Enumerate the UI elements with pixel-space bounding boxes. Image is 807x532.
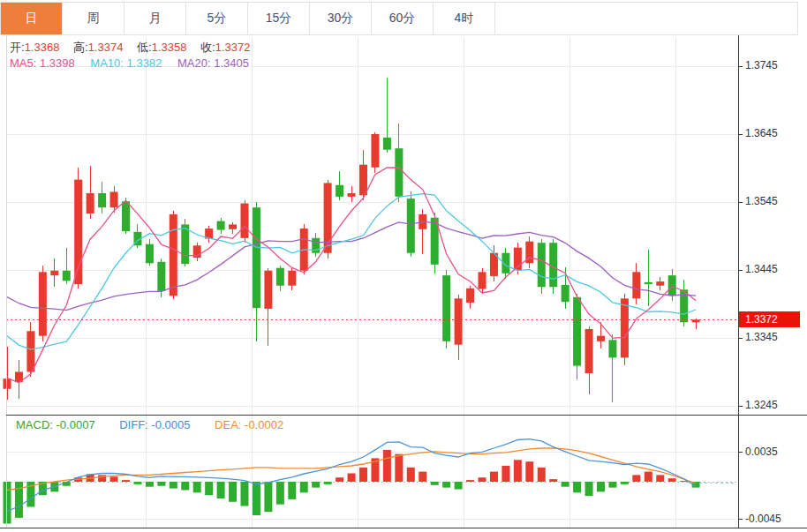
candle-body	[50, 271, 58, 275]
macd-bar	[419, 472, 426, 482]
macd-bar	[585, 482, 593, 496]
macd-bar	[383, 450, 391, 482]
candle-body	[110, 191, 118, 207]
ma10-readout: MA10: 1.3382	[90, 56, 162, 70]
macd-bar	[621, 482, 629, 484]
macd-bar	[359, 468, 367, 482]
macd-bar	[597, 482, 605, 491]
macd-bar	[253, 482, 260, 515]
macd-bar	[157, 482, 165, 486]
candle-body	[336, 185, 343, 197]
candle-body	[479, 272, 486, 288]
price-tick: 1.3745	[745, 59, 803, 71]
candle-body	[632, 272, 640, 298]
candle-body	[87, 193, 94, 214]
candle-body	[573, 297, 581, 366]
macd-tick: 0.0035	[745, 446, 803, 458]
candle-body	[597, 336, 605, 341]
low-value: 1.3358	[152, 41, 187, 54]
candle-body	[562, 285, 569, 302]
candle-body	[146, 244, 154, 264]
candle-body	[407, 199, 415, 253]
candle-body	[181, 224, 189, 264]
price-tick: 1.3545	[745, 195, 803, 207]
candle-body	[98, 193, 106, 207]
low-label: 低:	[137, 41, 152, 54]
macd-bar	[122, 480, 130, 482]
macd-bar	[407, 468, 415, 482]
price-tick: 1.3245	[745, 399, 803, 411]
candle-body	[4, 378, 11, 389]
macd-bar	[656, 475, 664, 482]
ma20-readout: MA20: 1.3405	[177, 56, 249, 70]
candle-body	[157, 262, 165, 291]
macd-bar	[205, 482, 213, 495]
macd-bar	[514, 460, 522, 482]
candle-body	[253, 207, 260, 308]
close-label: 收:	[200, 41, 215, 54]
candle-body	[442, 275, 450, 341]
open-value: 1.3368	[25, 41, 60, 54]
high-value: 1.3374	[88, 41, 124, 54]
candle-body	[229, 224, 237, 229]
diff-readout: DIFF: -0.0005	[119, 418, 190, 431]
macd-tick: -0.0045	[745, 513, 803, 525]
macd-bar	[490, 472, 498, 482]
macd-bar	[502, 466, 509, 482]
macd-bar	[336, 477, 343, 482]
candle-body	[668, 275, 676, 296]
macd-bar	[170, 482, 177, 489]
candle-body	[395, 148, 403, 197]
macd-bar	[288, 482, 296, 499]
ma-info-line: MA5: 1.3398 MA10: 1.3382 MA20: 1.3405	[10, 56, 261, 70]
macd-bar	[549, 479, 557, 482]
candle-body	[264, 271, 272, 309]
macd-bar	[146, 482, 154, 487]
macd-bar	[193, 482, 201, 492]
candle-body	[549, 243, 557, 287]
macd-bar	[276, 482, 284, 505]
macd-bar	[645, 472, 652, 482]
candle-body	[656, 281, 664, 286]
candle-body	[241, 204, 249, 238]
macd-bar	[608, 482, 616, 488]
candle-body	[585, 329, 593, 373]
candle-body	[122, 201, 130, 231]
macd-bar	[229, 482, 237, 502]
candle-body	[538, 243, 546, 287]
macd-bar	[525, 461, 533, 482]
ma5-readout: MA5: 1.3398	[10, 56, 75, 70]
close-value: 1.3372	[215, 41, 251, 54]
candle-body	[288, 271, 296, 286]
macd-bar	[312, 482, 320, 488]
macd-bar	[264, 482, 272, 512]
macd-bar	[479, 477, 486, 482]
macd-bar	[455, 482, 463, 490]
ma20-line	[7, 221, 696, 310]
candle-body	[39, 272, 47, 335]
price-tick: 1.3445	[745, 263, 803, 275]
macd-bar	[562, 482, 569, 487]
macd-bar	[324, 482, 332, 484]
candlestick-chart-canvas[interactable]	[0, 0, 807, 532]
macd-bar	[15, 482, 23, 518]
open-label: 开:	[10, 41, 25, 54]
ma10-line	[7, 194, 696, 349]
macd-bar	[241, 482, 249, 506]
macd-bar	[538, 468, 546, 482]
candle-body	[276, 268, 284, 286]
macd-bar	[573, 482, 581, 492]
macd-bar	[632, 475, 640, 482]
macd-info-line: MACD: -0.0007 DIFF: -0.0005 DEA: -0.0002	[16, 418, 305, 431]
candle-body	[26, 331, 34, 371]
high-label: 高:	[73, 41, 88, 54]
candle-body	[455, 298, 463, 344]
candle-body	[170, 214, 177, 296]
macd-bar	[395, 454, 403, 482]
ohlc-info-line: 开:1.3368 高:1.3374 低:1.3358 收:1.3372	[10, 40, 260, 56]
macd-bar	[300, 482, 308, 492]
dea-readout: DEA: -0.0002	[215, 418, 283, 431]
candle-body	[608, 340, 616, 357]
price-tick: 1.3345	[745, 331, 803, 343]
candle-body	[359, 165, 367, 196]
